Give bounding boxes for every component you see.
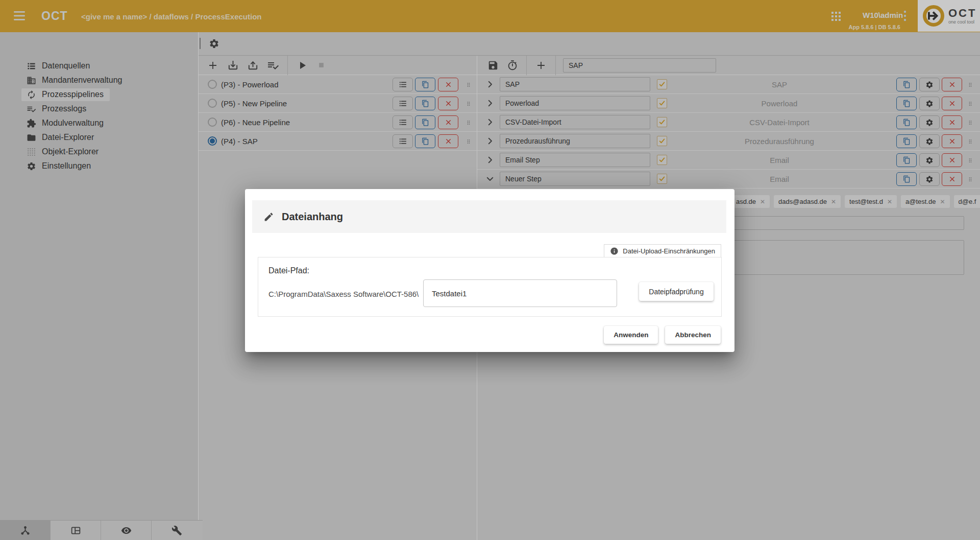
pencil-icon (263, 212, 274, 222)
app-root: OCT <give me a name> / dataflows / Proce… (0, 0, 980, 540)
file-path-label: Datei-Pfad: (268, 266, 309, 275)
dateianhang-dialog: Dateianhang Datei-Upload-Einschränkungen… (245, 189, 734, 352)
file-path-form: Datei-Pfad: C:\ProgramData\Saxess Softwa… (258, 257, 722, 317)
path-check-button[interactable]: Dateipfadprüfung (639, 282, 714, 301)
file-path-prefix: C:\ProgramData\Saxess Software\OCT-586\ (268, 290, 419, 298)
upload-restrictions-button[interactable]: Datei-Upload-Einschränkungen (604, 244, 721, 258)
info-icon (610, 247, 619, 255)
dialog-header: Dateianhang (252, 200, 726, 233)
dialog-title: Dateianhang (282, 211, 343, 223)
file-name-input[interactable] (423, 279, 617, 307)
apply-button[interactable]: Anwenden (604, 326, 658, 344)
dialog-footer: Anwenden Abbrechen (604, 326, 721, 344)
cancel-button[interactable]: Abbrechen (665, 326, 721, 344)
